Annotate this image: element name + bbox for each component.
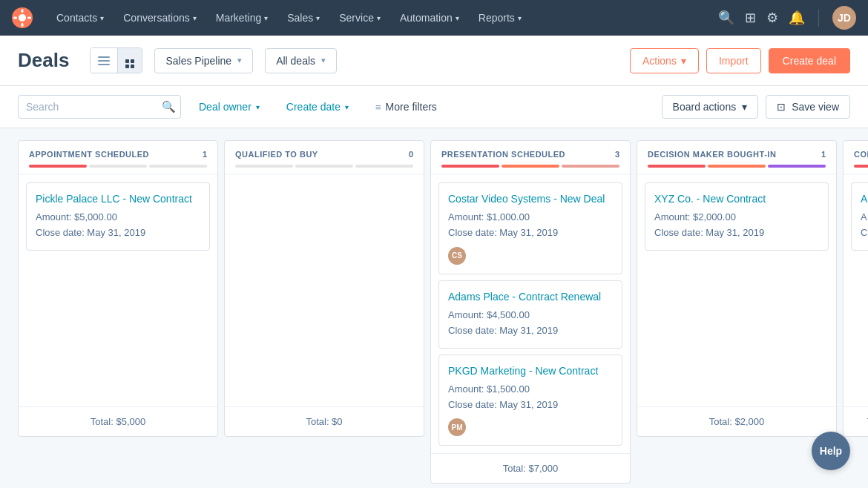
column-footer: Total: $7,000: [431, 453, 630, 483]
header-actions: Actions ▾ Import Create deal: [630, 48, 850, 73]
deal-card[interactable]: XYZ Co. - New ContractAmount: $2,000.00C…: [645, 182, 829, 251]
deal-meta: Amount: $1,000.00Close date: May 31, 201…: [448, 210, 613, 241]
nav-items: Contacts▾ Conversations▾ Marketing▾ Sale…: [47, 0, 718, 36]
progress-bar-orange: [502, 165, 559, 168]
column-count: 1: [821, 150, 826, 159]
column-progress: [648, 165, 826, 168]
actions-button[interactable]: Actions ▾: [630, 48, 699, 73]
deal-meta: Amount: $5,000.00Close date: May 31, 201…: [36, 210, 200, 241]
svg-rect-5: [27, 17, 31, 19]
column-count: 1: [203, 150, 207, 159]
column-header: APPOINTMENT SCHEDULED1: [19, 141, 217, 175]
deal-title[interactable]: Pickle Palace LLC - New Contract: [36, 192, 200, 205]
search-box: 🔍: [18, 95, 181, 119]
column-title: PRESENTATION SCHEDULED: [441, 150, 565, 159]
board-scroll: APPOINTMENT SCHEDULED1Pickle Palace LLC …: [0, 128, 868, 488]
import-button[interactable]: Import: [706, 48, 761, 73]
search-icon[interactable]: 🔍: [718, 10, 734, 26]
page-header: Deals Sales Pipeline ▾ All deals ▾ Actio…: [0, 36, 868, 86]
save-icon: ⊡: [777, 101, 786, 113]
progress-bar-orange: [708, 165, 766, 168]
progress-bar-red: [648, 165, 706, 168]
chevron-down-icon: ▾: [456, 14, 459, 22]
chevron-down-icon: ▾: [264, 14, 268, 22]
deal-owner-filter[interactable]: Deal owner ▾: [190, 96, 269, 118]
nav-right: 🔍 ⊞ ⚙ 🔔 JD: [718, 6, 856, 30]
progress-bar-red: [441, 165, 499, 168]
progress-bar-empty: [149, 165, 207, 168]
save-view-button[interactable]: ⊡ Save view: [766, 95, 850, 119]
topnav: Contacts▾ Conversations▾ Marketing▾ Sale…: [0, 0, 868, 36]
search-icon: 🔍: [162, 100, 176, 113]
nav-sales[interactable]: Sales▾: [278, 0, 329, 36]
svg-rect-8: [98, 64, 110, 65]
progress-bar-empty: [355, 165, 413, 168]
deal-title[interactable]: Costar Video Systems - New Deal: [448, 192, 613, 205]
board-view-button[interactable]: [118, 48, 142, 73]
nav-conversations[interactable]: Conversations▾: [114, 0, 206, 36]
view-toggle: [90, 47, 142, 73]
board-column-qualified-to-buy: QUALIFIED TO BUY0Total: $0: [224, 140, 424, 437]
more-filters-button[interactable]: ≡ More filters: [366, 96, 446, 118]
deal-title[interactable]: Adams Place - Contract Renewal: [448, 290, 613, 303]
column-title: QUALIFIED TO BUY: [235, 150, 318, 159]
nav-marketing[interactable]: Marketing▾: [207, 0, 277, 36]
progress-bar-pink: [562, 165, 619, 168]
board-column-appointment-scheduled: APPOINTMENT SCHEDULED1Pickle Palace LLC …: [18, 140, 218, 437]
deal-meta: Amount: $1,500.00Close date: May 31, 201…: [448, 382, 613, 413]
create-deal-button[interactable]: Create deal: [769, 48, 850, 73]
deal-card[interactable]: A...A...Cl...: [851, 182, 868, 251]
progress-bar-purple: [768, 165, 826, 168]
column-title: DECISION MAKER BOUGHT-IN: [648, 150, 776, 159]
nav-reports[interactable]: Reports▾: [470, 0, 530, 36]
avatar: CS: [448, 247, 466, 265]
deal-card[interactable]: PKGD Marketing - New ContractAmount: $1,…: [438, 355, 622, 446]
avatar[interactable]: JD: [832, 6, 856, 30]
deal-card[interactable]: Pickle Palace LLC - New ContractAmount: …: [26, 182, 210, 251]
column-footer: Total: $5,000: [19, 406, 217, 436]
create-date-filter[interactable]: Create date ▾: [277, 96, 358, 118]
deal-card[interactable]: Adams Place - Contract RenewalAmount: $4…: [438, 280, 622, 349]
progress-bar-empty: [89, 165, 147, 168]
column-count: 0: [409, 150, 413, 159]
column-progress: [441, 165, 619, 168]
svg-point-1: [19, 14, 26, 22]
deal-title[interactable]: A...: [861, 192, 868, 205]
search-input[interactable]: [26, 101, 156, 113]
chevron-down-icon: ▾: [742, 101, 747, 113]
board-actions-button[interactable]: Board actions ▾: [662, 95, 759, 119]
progress-bar-red: [854, 165, 868, 168]
avatar: PM: [448, 418, 466, 436]
column-cards: Costar Video Systems - New DealAmount: $…: [431, 175, 630, 453]
logo[interactable]: [12, 7, 33, 28]
board-column-contract-sent: CONTRACT SENT2A...A...Cl...Total: $4,500: [843, 140, 868, 437]
deal-meta: Amount: $4,500.00Close date: May 31, 201…: [448, 308, 613, 339]
filter-bar: 🔍 Deal owner ▾ Create date ▾ ≡ More filt…: [0, 86, 868, 128]
column-progress: [854, 165, 868, 168]
help-button[interactable]: Help: [812, 432, 850, 470]
filter-icon: ≡: [375, 102, 381, 113]
deal-card[interactable]: Costar Video Systems - New DealAmount: $…: [438, 182, 622, 274]
progress-bar-empty: [235, 165, 293, 168]
column-header: DECISION MAKER BOUGHT-IN1: [637, 141, 836, 175]
deal-meta: Amount: $2,000.00Close date: May 31, 201…: [654, 210, 819, 241]
notifications-icon[interactable]: 🔔: [789, 10, 805, 26]
nav-automation[interactable]: Automation▾: [391, 0, 468, 36]
nav-contacts[interactable]: Contacts▾: [47, 0, 113, 36]
pipeline-dropdown[interactable]: Sales Pipeline ▾: [154, 48, 253, 73]
board: APPOINTMENT SCHEDULED1Pickle Palace LLC …: [18, 140, 868, 484]
nav-service[interactable]: Service▾: [330, 0, 389, 36]
deal-title[interactable]: PKGD Marketing - New Contract: [448, 364, 613, 377]
list-view-button[interactable]: [91, 48, 118, 73]
settings-icon[interactable]: ⚙: [766, 10, 778, 26]
marketplace-icon[interactable]: ⊞: [745, 10, 756, 26]
deal-title[interactable]: XYZ Co. - New Contract: [654, 192, 819, 205]
column-footer: Total: $0: [225, 406, 424, 436]
pipeline-label: Sales Pipeline: [165, 55, 231, 67]
column-title: APPOINTMENT SCHEDULED: [29, 150, 149, 159]
column-count: 3: [615, 150, 619, 159]
chevron-down-icon: ▾: [321, 56, 326, 65]
filter-label: All deals: [276, 55, 315, 67]
filter-dropdown[interactable]: All deals ▾: [265, 48, 337, 73]
chevron-down-icon: ▾: [256, 103, 260, 111]
